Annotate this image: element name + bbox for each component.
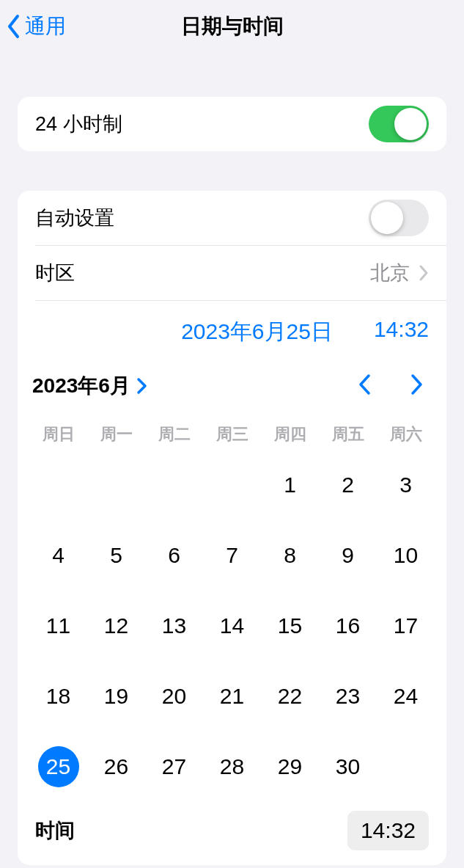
calendar-week-row: 252627282930 xyxy=(29,732,435,802)
calendar-day[interactable]: 18 xyxy=(29,661,87,732)
calendar-day-label: 20 xyxy=(154,676,195,717)
calendar-day-label: 8 xyxy=(270,535,311,576)
weekday-header: 周五 xyxy=(319,419,377,450)
weekday-header: 周一 xyxy=(87,419,145,450)
calendar-day-label: 19 xyxy=(96,676,137,717)
calendar-day[interactable]: 24 xyxy=(377,661,435,732)
calendar-day[interactable]: 30 xyxy=(319,732,377,802)
calendar-day[interactable]: 16 xyxy=(319,591,377,661)
calendar-day[interactable]: 7 xyxy=(203,520,261,591)
calendar-day-label: 25 xyxy=(38,746,79,787)
next-month-button[interactable] xyxy=(408,373,424,399)
switch-24-hour[interactable] xyxy=(369,106,429,142)
calendar-day[interactable]: 6 xyxy=(145,520,203,591)
calendar-day-label: 1 xyxy=(270,464,311,506)
row-24-hour: 24 小时制 xyxy=(18,97,446,151)
calendar-day[interactable]: 4 xyxy=(29,520,87,591)
calendar-day-label: 3 xyxy=(386,464,427,506)
calendar-day[interactable]: 17 xyxy=(377,591,435,661)
weekday-header: 周四 xyxy=(261,419,319,450)
page-title: 日期与时间 xyxy=(0,12,464,40)
calendar-day-label: 22 xyxy=(270,676,311,717)
calendar: 2023年6月 周日周一周二周三周四周五周六 12345678910111213… xyxy=(18,360,446,865)
back-button[interactable]: 通用 xyxy=(6,12,66,40)
calendar-day[interactable]: 25 xyxy=(29,732,87,802)
calendar-day-label: 5 xyxy=(96,535,137,576)
calendar-day-label: 23 xyxy=(328,676,369,717)
calendar-day[interactable]: 28 xyxy=(203,732,261,802)
calendar-day-label: 15 xyxy=(270,605,311,646)
selected-date[interactable]: 2023年6月25日 xyxy=(181,317,333,347)
calendar-day[interactable]: 5 xyxy=(87,520,145,591)
calendar-grid: 1234567891011121314151617181920212223242… xyxy=(29,450,435,802)
row-label-auto-set: 自动设置 xyxy=(35,205,114,231)
calendar-day-label: 12 xyxy=(96,605,137,646)
chevron-right-icon xyxy=(408,373,424,396)
calendar-day-label: 27 xyxy=(154,746,195,787)
calendar-day-label: 13 xyxy=(154,605,195,646)
calendar-day[interactable]: 23 xyxy=(319,661,377,732)
month-year-label: 2023年6月 xyxy=(32,372,130,400)
weekday-header: 周三 xyxy=(203,419,261,450)
calendar-day[interactable]: 2 xyxy=(319,450,377,520)
calendar-day-label: 10 xyxy=(386,535,427,576)
calendar-day-label: 16 xyxy=(328,605,369,646)
calendar-day-label: 6 xyxy=(154,535,195,576)
calendar-day[interactable]: 13 xyxy=(145,591,203,661)
time-label: 时间 xyxy=(35,817,75,844)
calendar-day[interactable]: 1 xyxy=(261,450,319,520)
calendar-day-label: 17 xyxy=(386,605,427,646)
row-auto-set: 自动设置 xyxy=(18,191,446,245)
calendar-day-label: 24 xyxy=(386,676,427,717)
calendar-day[interactable]: 14 xyxy=(203,591,261,661)
month-year-button[interactable]: 2023年6月 xyxy=(32,372,148,400)
calendar-day[interactable]: 10 xyxy=(377,520,435,591)
switch-knob xyxy=(371,202,403,234)
weekday-header: 周日 xyxy=(29,419,87,450)
timezone-value: 北京 xyxy=(370,260,410,286)
time-picker[interactable]: 14:32 xyxy=(347,811,429,850)
calendar-day[interactable]: 19 xyxy=(87,661,145,732)
chevron-left-icon xyxy=(357,373,373,396)
row-label-24-hour: 24 小时制 xyxy=(35,111,122,137)
calendar-day-label: 26 xyxy=(96,746,137,787)
calendar-day[interactable]: 15 xyxy=(261,591,319,661)
switch-knob xyxy=(394,108,427,140)
switch-auto-set[interactable] xyxy=(369,200,429,236)
calendar-week-row: 123 xyxy=(29,450,435,520)
calendar-day[interactable]: 26 xyxy=(87,732,145,802)
prev-month-button[interactable] xyxy=(357,373,373,399)
weekday-header-row: 周日周一周二周三周四周五周六 xyxy=(29,419,435,450)
calendar-day-label: 28 xyxy=(212,746,253,787)
back-label: 通用 xyxy=(25,12,66,40)
calendar-week-row: 11121314151617 xyxy=(29,591,435,661)
calendar-day[interactable]: 21 xyxy=(203,661,261,732)
calendar-day-label: 7 xyxy=(212,535,253,576)
chevron-left-icon xyxy=(6,13,22,40)
calendar-day-label: 2 xyxy=(328,464,369,506)
calendar-day[interactable]: 3 xyxy=(377,450,435,520)
weekday-header: 周六 xyxy=(377,419,435,450)
calendar-week-row: 18192021222324 xyxy=(29,661,435,732)
weekday-header: 周二 xyxy=(145,419,203,450)
calendar-day-label: 4 xyxy=(38,535,79,576)
row-label-timezone: 时区 xyxy=(35,260,75,286)
selected-time[interactable]: 14:32 xyxy=(374,317,429,347)
calendar-day[interactable]: 8 xyxy=(261,520,319,591)
row-timezone[interactable]: 时区 北京 xyxy=(18,246,446,300)
calendar-day-label: 9 xyxy=(328,535,369,576)
calendar-day[interactable]: 20 xyxy=(145,661,203,732)
chevron-right-icon xyxy=(136,377,148,395)
calendar-day[interactable]: 11 xyxy=(29,591,87,661)
calendar-day-label: 21 xyxy=(212,676,253,717)
calendar-day[interactable]: 29 xyxy=(261,732,319,802)
calendar-day-label: 18 xyxy=(38,676,79,717)
selected-datetime-row: 2023年6月25日 14:32 xyxy=(18,301,446,360)
calendar-day[interactable]: 12 xyxy=(87,591,145,661)
calendar-day[interactable]: 27 xyxy=(145,732,203,802)
chevron-right-icon xyxy=(419,265,429,281)
calendar-week-row: 45678910 xyxy=(29,520,435,591)
calendar-day[interactable]: 9 xyxy=(319,520,377,591)
calendar-day-label: 11 xyxy=(38,605,79,646)
calendar-day[interactable]: 22 xyxy=(261,661,319,732)
